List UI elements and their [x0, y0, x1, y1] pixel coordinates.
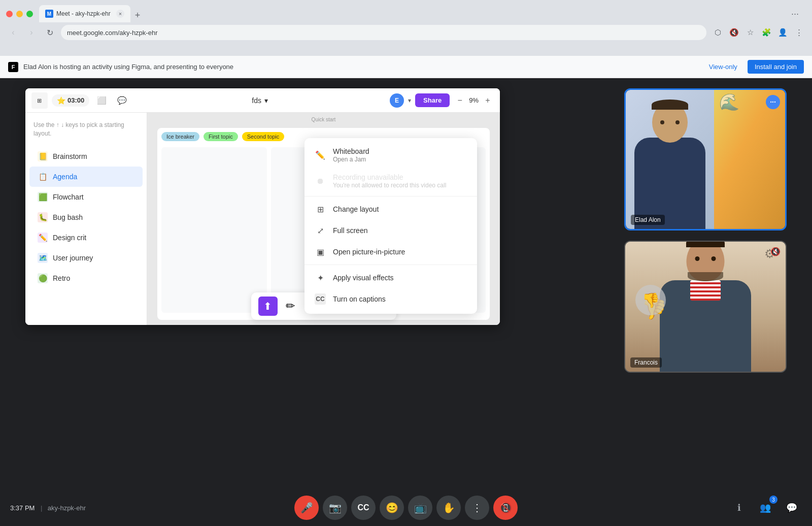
active-tab[interactable]: M Meet - aky-hzpk-ehr × [39, 5, 130, 22]
menu-text-recording: Recording unavailable You're not allowed… [333, 173, 467, 189]
sidebar-item-agenda[interactable]: 📋 Agenda [29, 167, 143, 187]
mic-button[interactable]: 🎤 [294, 496, 319, 520]
figma-title-badge[interactable]: fds ▾ [248, 94, 272, 107]
design-crit-label: Design crit [53, 234, 86, 242]
figma-canvas-content: Quick start Ice breaker First topic Seco… [147, 113, 500, 325]
bug-bash-icon: 🐛 [38, 212, 48, 222]
figma-toolbar: ⊞ ⭐ 03:00 ⬜ 💬 fds ▾ E ▾ Share − [25, 88, 500, 113]
menu-text-whiteboard: Whiteboard Open a Jam [333, 147, 467, 163]
mute-site-icon[interactable]: 🔇 [727, 25, 741, 40]
cursor-tool[interactable]: ⬆ [258, 297, 278, 316]
video-panel-francois: ⚙ 👎 [624, 241, 787, 373]
sidebar-item-flowchart[interactable]: 🟩 Flowchart [29, 187, 143, 207]
sidebar-item-retro[interactable]: 🟢 Retro [29, 268, 143, 288]
elad-more-button[interactable]: ··· [766, 95, 780, 109]
menu-item-change-layout[interactable]: ⊞ Change layout [304, 199, 477, 220]
info-button[interactable]: ℹ [729, 498, 749, 518]
bookmark-icon[interactable]: ☆ [743, 25, 757, 40]
raise-hand-button[interactable]: ✋ [436, 496, 461, 520]
first-topic-chip: First topic [204, 132, 238, 141]
sidebar-item-design-crit[interactable]: ✏️ Design crit [29, 227, 143, 248]
figma-icon: F [8, 62, 18, 72]
comment-tool-button[interactable]: 💬 [114, 92, 130, 109]
install-join-button[interactable]: Install and join [748, 60, 804, 74]
menu-item-captions[interactable]: CC Turn on captions [304, 288, 477, 310]
address-input[interactable]: meet.google.com/aky-hzpk-ehr [61, 25, 706, 40]
ice-breaker-chip: Ice breaker [161, 132, 199, 141]
sidebar-item-user-journey[interactable]: 🗺️ User journey [29, 248, 143, 268]
zoom-in-button[interactable]: + [482, 94, 494, 107]
forward-button[interactable]: › [24, 25, 39, 40]
notification-bar: F Elad Alon is hosting an activity using… [0, 56, 812, 78]
chat-button[interactable]: 💬 [782, 498, 802, 518]
menu-text-full-screen: Full screen [333, 226, 467, 235]
figma-user-avatar[interactable]: E [390, 93, 404, 108]
captions-title: Turn on captions [333, 295, 467, 303]
layout-tool-button[interactable]: ⬜ [93, 92, 110, 109]
menu-icon[interactable]: ⋮ [792, 25, 806, 40]
retro-label: Retro [53, 274, 70, 282]
traffic-lights [6, 11, 33, 17]
elad-video-background: 🌊 ··· [626, 90, 785, 229]
second-topic-chip: Second topic [242, 132, 285, 141]
camera-button[interactable]: 📷 [323, 496, 347, 520]
figma-logo-button[interactable]: ⊞ [31, 92, 48, 109]
end-call-button[interactable]: 📵 [493, 496, 518, 520]
menu-divider-2 [304, 265, 477, 265]
menu-text-visual-effects: Apply visual effects [333, 274, 467, 282]
recording-title: Recording unavailable [333, 173, 467, 181]
sidebar-hint: Use the ↑ ↓ keys to pick a starting layo… [25, 121, 147, 146]
menu-divider-1 [304, 196, 477, 196]
maximize-button[interactable] [26, 11, 33, 17]
figma-right-toolbar: E ▾ Share − 9% + [390, 93, 494, 108]
menu-item-pip[interactable]: ▣ Open picture-in-picture [304, 241, 477, 262]
close-button[interactable] [6, 11, 13, 17]
figma-title-chevron: ▾ [264, 96, 268, 105]
sidebar-item-brainstorm[interactable]: 📒 Brainstorm [29, 146, 143, 167]
url-text: meet.google.com/aky-hzpk-ehr [67, 29, 157, 37]
view-only-button[interactable]: View-only [705, 60, 741, 74]
screen-cast-icon[interactable]: ⬡ [710, 25, 725, 40]
full-screen-icon: ⤢ [315, 225, 326, 236]
canvas-label: Quick start [312, 117, 336, 122]
participants-button[interactable]: 👥 3 [755, 498, 775, 518]
pencil-tool[interactable]: ✏ [281, 297, 300, 316]
minimize-button[interactable] [16, 11, 23, 17]
timer-display: 03:00 [67, 96, 84, 104]
participant-count-badge: 3 [769, 496, 777, 504]
timer-badge: ⭐ 03:00 [52, 94, 89, 107]
whiteboard-title: Whiteboard [333, 147, 467, 155]
present-button[interactable]: 📺 [408, 496, 432, 520]
sidebar-item-bug-bash[interactable]: 🐛 Bug bash [29, 207, 143, 227]
tab-favicon: M [45, 10, 53, 18]
menu-item-full-screen[interactable]: ⤢ Full screen [304, 220, 477, 241]
retro-icon: 🟢 [38, 273, 48, 283]
design-crit-icon: ✏️ [38, 233, 48, 243]
reload-button[interactable]: ↻ [43, 25, 57, 40]
window-settings-icon[interactable]: ⋯ [788, 7, 802, 21]
new-tab-button[interactable]: + [130, 8, 145, 22]
emoji-button[interactable]: 😊 [380, 496, 404, 520]
figma-avatar-chevron: ▾ [408, 97, 411, 104]
brainstorm-icon: 📒 [38, 151, 48, 161]
elad-name-badge: Elad Alon [631, 215, 665, 225]
tab-title: Meet - aky-hzpk-ehr [56, 10, 113, 17]
zoom-control: − 9% + [454, 94, 494, 107]
figma-title-text: fds [252, 96, 261, 105]
captions-icon: CC [315, 293, 326, 305]
francois-mute-icon: 🔇 [770, 247, 781, 256]
captions-button[interactable]: CC [351, 496, 376, 520]
extensions-icon[interactable]: 🧩 [759, 25, 773, 40]
more-button[interactable]: ⋮ [465, 496, 489, 520]
francois-name-badge: Francois [630, 357, 662, 368]
zoom-display[interactable]: 9% [467, 96, 481, 104]
title-bar: M Meet - aky-hzpk-ehr × + ⋯ [0, 0, 812, 22]
menu-item-visual-effects[interactable]: ✦ Apply visual effects [304, 267, 477, 288]
back-button[interactable]: ‹ [6, 25, 20, 40]
share-button[interactable]: Share [415, 93, 450, 107]
tab-close-button[interactable]: × [116, 10, 124, 18]
profile-icon[interactable]: 👤 [775, 25, 790, 40]
menu-text-change-layout: Change layout [333, 205, 467, 213]
menu-item-whiteboard[interactable]: ✏️ Whiteboard Open a Jam [304, 142, 477, 168]
zoom-out-button[interactable]: − [454, 94, 466, 107]
